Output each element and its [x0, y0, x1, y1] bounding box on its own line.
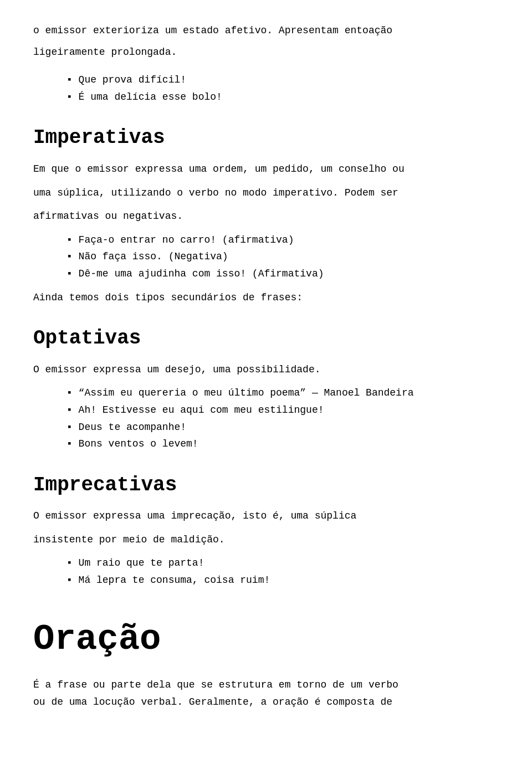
optativas-bullet-list: “Assim eu quereria o meu último poema” —…	[66, 385, 499, 452]
imperativas-bullet-3: Dê-me uma ajudinha com isso! (Afirmativa…	[66, 265, 499, 283]
imprecativas-desc1: O emissor expressa uma imprecação, isto …	[33, 508, 499, 525]
imperativas-bullet-list: Faça-o entrar no carro! (afirmativa) Não…	[66, 232, 499, 283]
imprecativas-bullet-2: Má lepra te consuma, coisa ruim!	[66, 572, 499, 589]
intro-line2: ligeiramente prolongada.	[33, 44, 499, 61]
imprecativas-bullet-1: Um raio que te parta!	[66, 555, 499, 572]
oracao-desc1: É a frase ou parte dela que se estrutura…	[33, 676, 499, 694]
exclamation-list: Que prova difícil! É uma delícia esse bo…	[66, 71, 499, 105]
imperativas-desc3: afirmativas ou negativas.	[33, 208, 499, 225]
imperativas-bullet-1: Faça-o entrar no carro! (afirmativa)	[66, 232, 499, 249]
optativas-bullet-2: Ah! Estivesse eu aqui com meu estilingue…	[66, 402, 499, 419]
oracao-title: Oração	[33, 611, 499, 668]
optativas-desc: O emissor expressa um desejo, uma possib…	[33, 361, 499, 378]
optativas-bullet-4: Bons ventos o levem!	[66, 435, 499, 453]
imprecativas-desc2: insistente por meio de maldição.	[33, 531, 499, 549]
optativas-bullet-3: Deus te acompanhe!	[66, 419, 499, 436]
imperativas-bullet-2: Não faça isso. (Negativa)	[66, 248, 499, 265]
optativas-title: Optativas	[33, 322, 499, 355]
imprecativas-title: Imprecativas	[33, 469, 499, 501]
imprecativas-bullet-list: Um raio que te parta! Má lepra te consum…	[66, 555, 499, 588]
imperativas-desc1: Em que o emissor expressa uma ordem, um …	[33, 161, 499, 178]
exclamation-item-1: Que prova difícil!	[66, 71, 499, 89]
imperativas-title: Imperativas	[33, 122, 499, 154]
imperativas-desc2: uma súplica, utilizando o verbo no modo …	[33, 184, 499, 202]
optativas-bullet-1: “Assim eu quereria o meu último poema” —…	[66, 385, 499, 402]
imperativas-extra: Ainda temos dois tipos secundários de fr…	[33, 289, 499, 306]
intro-line1: o emissor exterioriza um estado afetivo.…	[33, 22, 499, 39]
oracao-desc2: ou de uma locução verbal. Geralmente, a …	[33, 694, 499, 711]
exclamation-item-2: É uma delícia esse bolo!	[66, 89, 499, 106]
